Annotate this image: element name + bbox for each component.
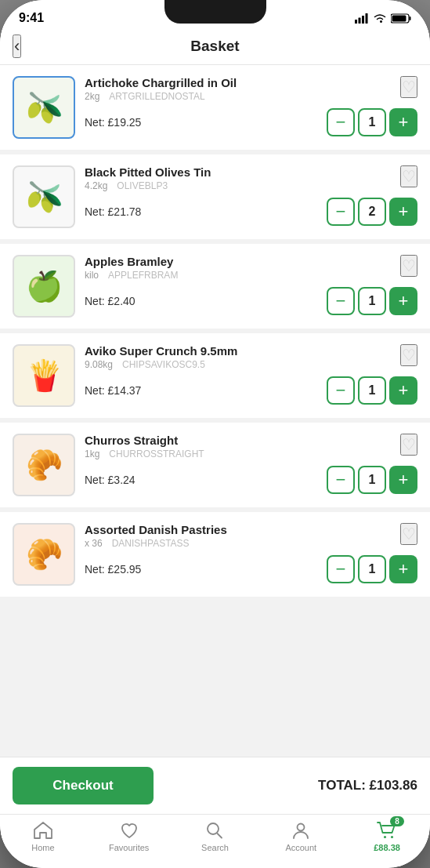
- item-name: Black Pitted Olives Tin: [85, 165, 417, 179]
- checkout-button[interactable]: Checkout: [13, 767, 154, 804]
- item-name: Churros Straight: [85, 434, 417, 447]
- nav-label-search: Search: [201, 843, 229, 852]
- nav-item-account[interactable]: Account: [258, 821, 344, 852]
- phone-screen: 9:41: [0, 0, 430, 868]
- item-top: 🥐 Assorted Danish Pastries x 36 DANISHPA…: [13, 523, 417, 586]
- signal-icon: [355, 13, 369, 24]
- item-meta: 1kg CHURROSSTRAIGHT: [85, 449, 417, 459]
- quantity-increase-button[interactable]: +: [389, 376, 417, 405]
- basket-item: 🥐 Churros Straight 1kg CHURROSSTRAIGHT N…: [0, 423, 430, 507]
- quantity-increase-button[interactable]: +: [389, 466, 417, 494]
- item-sku: OLIVEBLP3: [117, 180, 168, 191]
- favourite-button[interactable]: ♡: [400, 165, 417, 187]
- item-meta: 9.08kg CHIPSAVIKOSC9.5: [85, 359, 417, 370]
- item-controls: − 1 +: [327, 466, 417, 494]
- nav-label-account: Account: [285, 843, 316, 852]
- item-meta: x 36 DANISHPASTASS: [85, 538, 417, 549]
- quantity-decrease-button[interactable]: −: [327, 555, 355, 583]
- home-icon: [33, 821, 53, 840]
- basket-item: 🍏 Apples Bramley kilo APPLEFRBRAM Net: £…: [0, 244, 430, 329]
- item-weight: 9.08kg: [85, 359, 113, 370]
- bottom-nav: Home Favourites Search: [0, 814, 430, 868]
- basket-item: 🥐 Assorted Danish Pastries x 36 DANISHPA…: [0, 512, 430, 597]
- quantity-decrease-button[interactable]: −: [327, 198, 355, 226]
- item-weight: x 36: [85, 538, 103, 549]
- basket-item: 🫒 Black Pitted Olives Tin 4.2kg OLIVEBLP…: [0, 154, 430, 239]
- item-sku: DANISHPASTASS: [112, 538, 190, 549]
- svg-point-9: [298, 824, 305, 831]
- item-details: Apples Bramley kilo APPLEFRBRAM Net: £2.…: [85, 255, 417, 315]
- item-details: Black Pitted Olives Tin 4.2kg OLIVEBLP3 …: [85, 165, 417, 226]
- item-bottom: Net: £14.37 − 1 +: [85, 376, 417, 405]
- item-controls: − 2 +: [327, 198, 417, 226]
- item-image: 🥐: [13, 434, 75, 496]
- svg-point-10: [384, 836, 386, 838]
- nav-item-basket[interactable]: 8 £88.38: [344, 821, 430, 852]
- notch: [164, 0, 266, 24]
- phone-frame: 9:41: [0, 0, 430, 868]
- nav-label-basket: £88.38: [374, 843, 400, 852]
- item-name: Aviko Super Crunch 9.5mm: [85, 344, 417, 358]
- nav-item-home[interactable]: Home: [0, 821, 86, 852]
- quantity-decrease-button[interactable]: −: [327, 466, 355, 494]
- svg-line-8: [218, 833, 222, 838]
- quantity-display: 1: [358, 108, 386, 136]
- nav-item-favourites[interactable]: Favourites: [86, 821, 172, 852]
- item-sku: CHURROSSTRAIGHT: [109, 449, 204, 459]
- quantity-increase-button[interactable]: +: [389, 108, 417, 136]
- favourite-button[interactable]: ♡: [400, 76, 417, 98]
- item-details: Aviko Super Crunch 9.5mm 9.08kg CHIPSAVI…: [85, 344, 417, 405]
- basket-list: 🫒 Artichoke Chargrilled in Oil 2kg ARTGR…: [0, 65, 430, 757]
- basket-item: 🍟 Aviko Super Crunch 9.5mm 9.08kg CHIPSA…: [0, 333, 430, 418]
- svg-rect-6: [392, 15, 407, 21]
- status-time: 9:41: [19, 11, 44, 25]
- item-bottom: Net: £25.95 − 1 +: [85, 555, 417, 583]
- back-button[interactable]: ‹: [13, 35, 21, 58]
- cart-wrapper: 8: [376, 821, 398, 840]
- item-image: 🫒: [13, 76, 75, 139]
- item-price: Net: £2.40: [85, 295, 136, 307]
- svg-rect-0: [355, 20, 357, 24]
- item-price: Net: £19.25: [85, 116, 141, 129]
- favourite-button[interactable]: ♡: [400, 255, 417, 277]
- battery-icon: [391, 13, 411, 24]
- item-price: Net: £25.95: [85, 563, 141, 576]
- quantity-decrease-button[interactable]: −: [327, 287, 355, 315]
- quantity-display: 1: [358, 555, 386, 583]
- item-bottom: Net: £19.25 − 1 +: [85, 108, 417, 136]
- quantity-decrease-button[interactable]: −: [327, 376, 355, 405]
- nav-label-home: Home: [31, 843, 54, 852]
- favourite-button[interactable]: ♡: [400, 523, 417, 545]
- item-weight: 2kg: [85, 91, 99, 102]
- favourite-button[interactable]: ♡: [400, 344, 417, 366]
- item-name: Apples Bramley: [85, 255, 417, 268]
- quantity-increase-button[interactable]: +: [389, 198, 417, 226]
- quantity-display: 1: [358, 287, 386, 315]
- quantity-increase-button[interactable]: +: [389, 555, 417, 583]
- checkout-bar: Checkout TOTAL: £103.86: [0, 757, 430, 814]
- quantity-increase-button[interactable]: +: [389, 287, 417, 315]
- item-image: 🍏: [13, 255, 75, 318]
- item-image: 🍟: [13, 344, 75, 407]
- heart-icon: [119, 821, 139, 840]
- item-image: 🫒: [13, 165, 75, 228]
- svg-point-7: [208, 823, 219, 834]
- item-price: Net: £14.37: [85, 384, 141, 397]
- item-top: 🫒 Black Pitted Olives Tin 4.2kg OLIVEBLP…: [13, 165, 417, 228]
- quantity-display: 1: [358, 466, 386, 494]
- svg-rect-5: [410, 16, 411, 20]
- favourite-button[interactable]: ♡: [400, 434, 417, 456]
- status-icons: [355, 13, 411, 24]
- item-name: Assorted Danish Pastries: [85, 523, 417, 536]
- search-icon: [204, 821, 225, 840]
- item-controls: − 1 +: [327, 555, 417, 583]
- quantity-display: 2: [358, 198, 386, 226]
- quantity-decrease-button[interactable]: −: [327, 108, 355, 136]
- item-sku: ARTGRILLEDNOSTAL: [109, 91, 204, 102]
- item-top: 🥐 Churros Straight 1kg CHURROSSTRAIGHT N…: [13, 434, 417, 496]
- item-controls: − 1 +: [327, 287, 417, 315]
- nav-item-search[interactable]: Search: [172, 821, 258, 852]
- account-icon: [291, 821, 311, 840]
- item-meta: 4.2kg OLIVEBLP3: [85, 180, 417, 191]
- item-meta: 2kg ARTGRILLEDNOSTAL: [85, 91, 417, 102]
